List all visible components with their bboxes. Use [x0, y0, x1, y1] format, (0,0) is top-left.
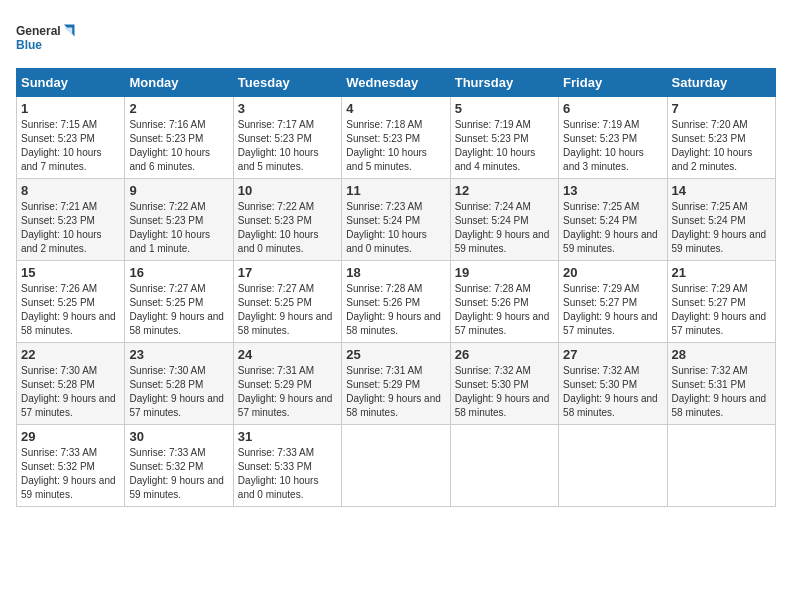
calendar-cell: 4 Sunrise: 7:18 AMSunset: 5:23 PMDayligh…	[342, 97, 450, 179]
day-info: Sunrise: 7:17 AMSunset: 5:23 PMDaylight:…	[238, 119, 319, 172]
day-info: Sunrise: 7:25 AMSunset: 5:24 PMDaylight:…	[672, 201, 767, 254]
day-number: 23	[129, 347, 228, 362]
day-info: Sunrise: 7:31 AMSunset: 5:29 PMDaylight:…	[346, 365, 441, 418]
day-number: 27	[563, 347, 662, 362]
col-header-friday: Friday	[559, 69, 667, 97]
day-info: Sunrise: 7:30 AMSunset: 5:28 PMDaylight:…	[129, 365, 224, 418]
calendar-cell: 30 Sunrise: 7:33 AMSunset: 5:32 PMDaylig…	[125, 425, 233, 507]
calendar-cell: 17 Sunrise: 7:27 AMSunset: 5:25 PMDaylig…	[233, 261, 341, 343]
col-header-tuesday: Tuesday	[233, 69, 341, 97]
calendar-cell: 28 Sunrise: 7:32 AMSunset: 5:31 PMDaylig…	[667, 343, 775, 425]
calendar-cell: 31 Sunrise: 7:33 AMSunset: 5:33 PMDaylig…	[233, 425, 341, 507]
day-info: Sunrise: 7:20 AMSunset: 5:23 PMDaylight:…	[672, 119, 753, 172]
day-info: Sunrise: 7:28 AMSunset: 5:26 PMDaylight:…	[346, 283, 441, 336]
calendar-week-3: 15 Sunrise: 7:26 AMSunset: 5:25 PMDaylig…	[17, 261, 776, 343]
calendar-cell: 21 Sunrise: 7:29 AMSunset: 5:27 PMDaylig…	[667, 261, 775, 343]
day-info: Sunrise: 7:16 AMSunset: 5:23 PMDaylight:…	[129, 119, 210, 172]
day-info: Sunrise: 7:21 AMSunset: 5:23 PMDaylight:…	[21, 201, 102, 254]
day-number: 16	[129, 265, 228, 280]
calendar-cell: 1 Sunrise: 7:15 AMSunset: 5:23 PMDayligh…	[17, 97, 125, 179]
day-info: Sunrise: 7:23 AMSunset: 5:24 PMDaylight:…	[346, 201, 427, 254]
calendar-cell: 8 Sunrise: 7:21 AMSunset: 5:23 PMDayligh…	[17, 179, 125, 261]
day-info: Sunrise: 7:22 AMSunset: 5:23 PMDaylight:…	[238, 201, 319, 254]
day-number: 25	[346, 347, 445, 362]
day-info: Sunrise: 7:27 AMSunset: 5:25 PMDaylight:…	[238, 283, 333, 336]
col-header-sunday: Sunday	[17, 69, 125, 97]
day-info: Sunrise: 7:26 AMSunset: 5:25 PMDaylight:…	[21, 283, 116, 336]
day-info: Sunrise: 7:33 AMSunset: 5:32 PMDaylight:…	[21, 447, 116, 500]
calendar-cell: 20 Sunrise: 7:29 AMSunset: 5:27 PMDaylig…	[559, 261, 667, 343]
day-number: 11	[346, 183, 445, 198]
day-number: 1	[21, 101, 120, 116]
day-number: 20	[563, 265, 662, 280]
calendar-week-1: 1 Sunrise: 7:15 AMSunset: 5:23 PMDayligh…	[17, 97, 776, 179]
day-number: 24	[238, 347, 337, 362]
day-number: 9	[129, 183, 228, 198]
day-info: Sunrise: 7:32 AMSunset: 5:31 PMDaylight:…	[672, 365, 767, 418]
calendar-cell: 10 Sunrise: 7:22 AMSunset: 5:23 PMDaylig…	[233, 179, 341, 261]
page-header: General Blue	[16, 16, 776, 60]
day-number: 3	[238, 101, 337, 116]
calendar-cell: 26 Sunrise: 7:32 AMSunset: 5:30 PMDaylig…	[450, 343, 558, 425]
logo: General Blue	[16, 16, 76, 60]
day-number: 7	[672, 101, 771, 116]
calendar-cell: 9 Sunrise: 7:22 AMSunset: 5:23 PMDayligh…	[125, 179, 233, 261]
day-number: 28	[672, 347, 771, 362]
col-header-wednesday: Wednesday	[342, 69, 450, 97]
day-info: Sunrise: 7:32 AMSunset: 5:30 PMDaylight:…	[563, 365, 658, 418]
calendar-week-2: 8 Sunrise: 7:21 AMSunset: 5:23 PMDayligh…	[17, 179, 776, 261]
day-number: 18	[346, 265, 445, 280]
day-info: Sunrise: 7:19 AMSunset: 5:23 PMDaylight:…	[563, 119, 644, 172]
calendar-cell: 22 Sunrise: 7:30 AMSunset: 5:28 PMDaylig…	[17, 343, 125, 425]
col-header-monday: Monday	[125, 69, 233, 97]
calendar-week-5: 29 Sunrise: 7:33 AMSunset: 5:32 PMDaylig…	[17, 425, 776, 507]
day-number: 14	[672, 183, 771, 198]
day-info: Sunrise: 7:24 AMSunset: 5:24 PMDaylight:…	[455, 201, 550, 254]
calendar-cell	[450, 425, 558, 507]
day-number: 8	[21, 183, 120, 198]
calendar-cell: 5 Sunrise: 7:19 AMSunset: 5:23 PMDayligh…	[450, 97, 558, 179]
calendar-cell: 11 Sunrise: 7:23 AMSunset: 5:24 PMDaylig…	[342, 179, 450, 261]
svg-marker-3	[64, 28, 72, 36]
calendar-cell: 6 Sunrise: 7:19 AMSunset: 5:23 PMDayligh…	[559, 97, 667, 179]
day-number: 31	[238, 429, 337, 444]
day-number: 2	[129, 101, 228, 116]
calendar-cell: 3 Sunrise: 7:17 AMSunset: 5:23 PMDayligh…	[233, 97, 341, 179]
day-info: Sunrise: 7:19 AMSunset: 5:23 PMDaylight:…	[455, 119, 536, 172]
day-number: 22	[21, 347, 120, 362]
calendar-cell	[342, 425, 450, 507]
calendar-cell: 18 Sunrise: 7:28 AMSunset: 5:26 PMDaylig…	[342, 261, 450, 343]
day-info: Sunrise: 7:31 AMSunset: 5:29 PMDaylight:…	[238, 365, 333, 418]
calendar-cell: 19 Sunrise: 7:28 AMSunset: 5:26 PMDaylig…	[450, 261, 558, 343]
calendar-cell: 12 Sunrise: 7:24 AMSunset: 5:24 PMDaylig…	[450, 179, 558, 261]
svg-text:Blue: Blue	[16, 38, 42, 52]
day-info: Sunrise: 7:22 AMSunset: 5:23 PMDaylight:…	[129, 201, 210, 254]
day-number: 29	[21, 429, 120, 444]
calendar-cell	[559, 425, 667, 507]
day-number: 13	[563, 183, 662, 198]
calendar-cell: 23 Sunrise: 7:30 AMSunset: 5:28 PMDaylig…	[125, 343, 233, 425]
calendar-cell: 14 Sunrise: 7:25 AMSunset: 5:24 PMDaylig…	[667, 179, 775, 261]
day-info: Sunrise: 7:29 AMSunset: 5:27 PMDaylight:…	[672, 283, 767, 336]
col-header-saturday: Saturday	[667, 69, 775, 97]
day-info: Sunrise: 7:27 AMSunset: 5:25 PMDaylight:…	[129, 283, 224, 336]
day-number: 17	[238, 265, 337, 280]
calendar-week-4: 22 Sunrise: 7:30 AMSunset: 5:28 PMDaylig…	[17, 343, 776, 425]
calendar-cell: 25 Sunrise: 7:31 AMSunset: 5:29 PMDaylig…	[342, 343, 450, 425]
calendar-cell: 2 Sunrise: 7:16 AMSunset: 5:23 PMDayligh…	[125, 97, 233, 179]
day-info: Sunrise: 7:25 AMSunset: 5:24 PMDaylight:…	[563, 201, 658, 254]
day-info: Sunrise: 7:32 AMSunset: 5:30 PMDaylight:…	[455, 365, 550, 418]
day-number: 4	[346, 101, 445, 116]
day-info: Sunrise: 7:15 AMSunset: 5:23 PMDaylight:…	[21, 119, 102, 172]
calendar-cell: 13 Sunrise: 7:25 AMSunset: 5:24 PMDaylig…	[559, 179, 667, 261]
col-header-thursday: Thursday	[450, 69, 558, 97]
day-number: 10	[238, 183, 337, 198]
calendar-table: SundayMondayTuesdayWednesdayThursdayFrid…	[16, 68, 776, 507]
day-info: Sunrise: 7:29 AMSunset: 5:27 PMDaylight:…	[563, 283, 658, 336]
calendar-cell: 29 Sunrise: 7:33 AMSunset: 5:32 PMDaylig…	[17, 425, 125, 507]
day-number: 5	[455, 101, 554, 116]
calendar-cell: 7 Sunrise: 7:20 AMSunset: 5:23 PMDayligh…	[667, 97, 775, 179]
svg-text:General: General	[16, 24, 61, 38]
day-number: 30	[129, 429, 228, 444]
calendar-cell: 16 Sunrise: 7:27 AMSunset: 5:25 PMDaylig…	[125, 261, 233, 343]
